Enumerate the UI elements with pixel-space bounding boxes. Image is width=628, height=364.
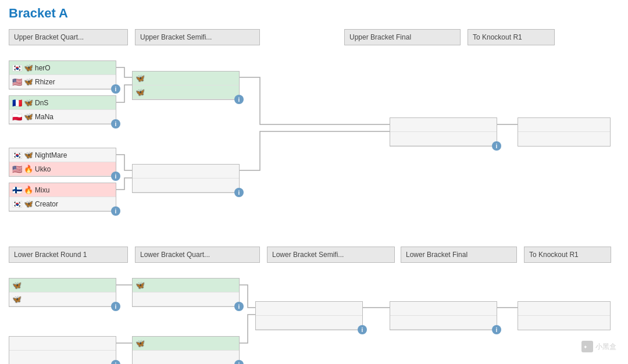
lb-knockout xyxy=(518,301,611,330)
info-button[interactable]: i xyxy=(111,206,120,216)
player-row xyxy=(518,316,610,330)
ub-knockout xyxy=(518,117,611,147)
player-row: 🦋 xyxy=(133,279,239,292)
lower-bracket-area: 🦋 🦋 i i 🦋 xyxy=(9,266,619,364)
ub-match-2: 🇫🇷 🦋 DnS 🇵🇱 🦋 MaNa i xyxy=(9,95,116,124)
player-row: 🇫🇮 🔥 Mixu xyxy=(9,183,116,197)
upper-header-4: Upper Bracket Final xyxy=(344,29,461,45)
info-button[interactable]: i xyxy=(234,360,244,364)
upper-header-1: Upper Bracket Quart... xyxy=(9,29,128,45)
player-row xyxy=(390,316,497,330)
lb-qf-2: 🦋 i xyxy=(132,336,240,364)
player-row xyxy=(133,179,239,192)
info-button[interactable]: i xyxy=(234,95,244,104)
player-row xyxy=(256,316,362,330)
lower-header-3: Lower Bracket Semifi... xyxy=(267,247,395,263)
ub-match-1: 🇰🇷 🦋 herO 🇺🇸 🦋 Rhizer i xyxy=(9,60,116,90)
lb-sf: i xyxy=(255,301,363,330)
player-row xyxy=(518,118,610,132)
watermark: ✦ 小黑盒 xyxy=(581,341,616,352)
info-button[interactable]: i xyxy=(492,325,501,334)
player-row: 🇫🇷 🦋 DnS xyxy=(9,96,116,110)
svg-text:✦: ✦ xyxy=(583,344,588,350)
info-button[interactable]: i xyxy=(111,302,120,311)
upper-headers: Upper Bracket Quart... Upper Bracket Sem… xyxy=(9,29,619,45)
lower-header-2: Lower Bracket Quart... xyxy=(135,247,260,263)
info-button[interactable]: i xyxy=(111,84,120,94)
upper-header-2: Upper Bracket Semifi... xyxy=(135,29,260,45)
lower-header-1: Lower Bracket Round 1 xyxy=(9,247,128,263)
player-row: 🦋 xyxy=(133,337,239,351)
player-row: 🦋 xyxy=(9,292,116,306)
upper-header-5: To Knockout R1 xyxy=(468,29,555,45)
player-row xyxy=(390,118,497,132)
player-row xyxy=(518,132,610,146)
upper-bracket-area: 🇰🇷 🦋 herO 🇺🇸 🦋 Rhizer i 🇫🇷 🦋 DnS xyxy=(9,49,619,241)
player-row: 🦋 xyxy=(133,85,239,99)
info-button[interactable]: i xyxy=(111,172,120,181)
ub-match-3: 🇰🇷 🦋 NightMare 🇺🇸 🔥 Ukko i xyxy=(9,148,116,177)
info-button[interactable]: i xyxy=(111,360,120,364)
player-row: 🇵🇱 🦋 MaNa xyxy=(9,110,116,124)
lower-header-4: Lower Bracket Final xyxy=(401,247,517,263)
ub-match-4: 🇫🇮 🔥 Mixu 🇰🇷 🦋 Creator i xyxy=(9,183,116,212)
player-row xyxy=(518,302,610,316)
player-row xyxy=(133,351,239,364)
player-row xyxy=(133,292,239,306)
player-row: 🇺🇸 🦋 Rhizer xyxy=(9,75,116,89)
ub-semi-2: i xyxy=(132,164,240,193)
info-button[interactable]: i xyxy=(358,325,367,334)
info-button[interactable]: i xyxy=(234,302,244,311)
ub-final: i xyxy=(390,117,497,147)
page-title: Bracket A xyxy=(9,6,619,21)
lower-headers: Lower Bracket Round 1 Lower Bracket Quar… xyxy=(9,247,619,263)
player-row xyxy=(133,165,239,179)
info-button[interactable]: i xyxy=(234,188,244,197)
player-row: 🇰🇷 🦋 NightMare xyxy=(9,148,116,162)
ub-semi-1: 🦋 🦋 i xyxy=(132,71,240,100)
player-row: 🦋 xyxy=(133,72,239,85)
lb-r1-match-1: 🦋 🦋 i xyxy=(9,278,116,307)
player-row xyxy=(9,351,116,364)
info-button[interactable]: i xyxy=(111,119,120,129)
player-row: 🦋 xyxy=(9,279,116,292)
info-button[interactable]: i xyxy=(492,141,501,151)
bracket-wrapper: Upper Bracket Quart... Upper Bracket Sem… xyxy=(9,29,619,364)
lower-header-5: To Knockout R1 xyxy=(524,247,611,263)
player-row xyxy=(9,337,116,351)
lb-final: i xyxy=(390,301,497,330)
player-row: 🇰🇷 🦋 Creator xyxy=(9,197,116,211)
lb-r1-match-2: i xyxy=(9,336,116,364)
player-row: 🇰🇷 🦋 herO xyxy=(9,61,116,75)
player-row: 🇺🇸 🔥 Ukko xyxy=(9,162,116,176)
player-row xyxy=(390,302,497,316)
lb-qf-1: 🦋 i xyxy=(132,278,240,307)
player-row xyxy=(390,132,497,146)
watermark-icon: ✦ xyxy=(581,341,593,352)
player-row xyxy=(256,302,362,316)
